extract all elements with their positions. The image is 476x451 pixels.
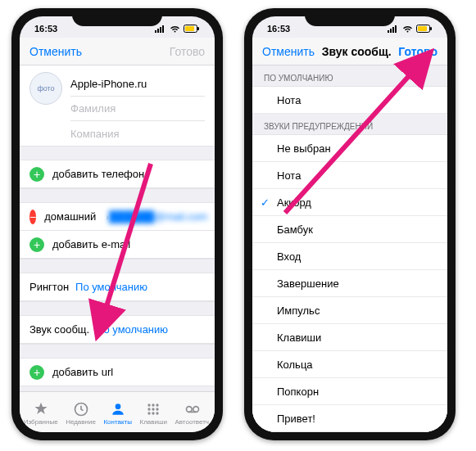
list-item-label: Попкорн <box>277 386 319 398</box>
ringtone-label: Рингтон <box>29 281 69 293</box>
first-name-value: Apple-iPhone.ru <box>70 78 147 90</box>
first-name-field[interactable]: Apple-iPhone.ru <box>70 72 205 97</box>
list-item-label: Вход <box>277 250 301 263</box>
list-item-label: Кольца <box>277 359 313 371</box>
tab-voicemail[interactable]: Автоответч. <box>175 401 211 426</box>
text-tone-row[interactable]: Звук сообщ. По умолчанию <box>20 316 215 344</box>
contacts-icon <box>110 401 126 417</box>
tab-bar: Избранные Недавние Контакты Клавиши Авто… <box>20 391 215 432</box>
battery-icon <box>416 25 433 33</box>
svg-rect-6 <box>197 27 199 30</box>
list-item-label: Клавиши <box>277 331 321 344</box>
list-item-label: Аккорд <box>277 196 311 209</box>
svg-point-12 <box>148 408 151 410</box>
svg-point-19 <box>193 406 199 412</box>
nav-title: Звук сообщ. <box>322 45 392 58</box>
svg-rect-2 <box>160 27 161 33</box>
svg-point-8 <box>115 404 120 409</box>
tab-keypad[interactable]: Клавиши <box>140 401 167 426</box>
cancel-button[interactable]: Отменить <box>262 45 315 58</box>
plus-icon: + <box>29 237 44 252</box>
checkmark-icon: ✓ <box>261 196 270 209</box>
email-type-label: домашний <box>44 210 96 223</box>
email-row[interactable]: − домашний › ██████@mail.com <box>20 203 215 231</box>
plus-icon: + <box>29 365 44 380</box>
tab-recents[interactable]: Недавние <box>66 401 96 426</box>
list-item[interactable]: Привет! <box>252 405 447 432</box>
list-item[interactable]: Вход <box>252 243 447 270</box>
company-field[interactable]: Компания <box>70 121 205 146</box>
svg-point-9 <box>148 404 151 406</box>
cancel-button[interactable]: Отменить <box>29 45 82 58</box>
keypad-icon <box>145 401 161 417</box>
svg-rect-25 <box>395 25 397 33</box>
phone-right: 16:53 Отменить Звук сообщ. Готово ПО УМО… <box>244 8 456 440</box>
tab-label: Контакты <box>103 418 132 426</box>
list-item[interactable]: Импульс <box>252 297 447 324</box>
ringtone-value: По умолчанию <box>75 281 147 293</box>
add-phone-label: добавить телефон <box>52 168 144 180</box>
surname-placeholder: Фамилия <box>70 102 116 115</box>
tab-label: Автоответч. <box>175 418 211 426</box>
status-right <box>388 25 433 33</box>
svg-point-11 <box>156 404 159 406</box>
list-item[interactable]: Завершение <box>252 270 447 297</box>
svg-rect-23 <box>390 29 392 33</box>
add-email-row[interactable]: + добавить e-mail <box>20 231 215 259</box>
add-url-label: добавить url <box>52 366 113 378</box>
list-item[interactable]: Попкорн <box>252 378 447 405</box>
list-item-label: Не выбран <box>277 142 331 155</box>
status-time: 16:53 <box>267 24 290 34</box>
done-button: Готово <box>170 45 205 58</box>
minus-icon: − <box>29 210 36 224</box>
list-item-label: Завершение <box>277 277 339 290</box>
surname-field[interactable]: Фамилия <box>70 97 205 121</box>
tab-contacts[interactable]: Контакты <box>103 401 132 426</box>
svg-point-16 <box>152 412 155 414</box>
text-tone-label: Звук сообщ. <box>29 323 89 336</box>
status-right <box>155 25 200 33</box>
notch <box>305 8 395 26</box>
list-item[interactable]: Нота <box>252 87 447 114</box>
svg-point-15 <box>148 412 151 414</box>
group-header-default: ПО УМОЛЧАНИЮ <box>252 65 447 87</box>
tab-favorites[interactable]: Избранные <box>24 401 58 426</box>
battery-icon <box>184 25 200 33</box>
star-icon <box>33 401 49 417</box>
svg-rect-24 <box>392 27 394 33</box>
list-item-label: Нота <box>277 169 301 182</box>
voicemail-icon <box>184 401 201 417</box>
done-button[interactable]: Готово <box>398 45 437 58</box>
svg-point-13 <box>152 408 155 410</box>
list-item[interactable]: ✓Аккорд <box>252 189 447 216</box>
add-url-row[interactable]: + добавить url <box>20 359 215 386</box>
ringtone-row[interactable]: Рингтон По умолчанию <box>20 273 215 301</box>
add-phone-row[interactable]: + добавить телефон <box>20 160 215 188</box>
contact-photo-button[interactable]: фото <box>29 72 62 105</box>
svg-point-17 <box>156 412 159 414</box>
tab-label: Клавиши <box>140 418 167 426</box>
clock-icon <box>73 401 89 417</box>
status-time: 16:53 <box>34 24 57 34</box>
svg-point-18 <box>187 406 193 412</box>
tab-label: Избранные <box>24 418 58 426</box>
svg-point-10 <box>152 404 155 406</box>
sound-list-content: ПО УМОЛЧАНИЮ Нота ЗВУКИ ПРЕДУПРЕЖДЕНИЙ Н… <box>252 65 447 432</box>
tab-label: Недавние <box>66 418 96 426</box>
photo-label: фото <box>37 84 54 92</box>
navbar: Отменить Звук сообщ. Готово <box>252 38 447 65</box>
list-item-label: Привет! <box>277 413 315 425</box>
plus-icon: + <box>29 167 44 182</box>
svg-point-14 <box>156 408 159 410</box>
svg-rect-28 <box>430 27 432 30</box>
text-tone-value: По умолчанию <box>96 323 168 336</box>
list-item[interactable]: Нота <box>252 162 447 189</box>
list-item[interactable]: Клавиши <box>252 324 447 351</box>
phone-left: 16:53 Отменить Готово фото Apple-iPhone.… <box>11 8 223 440</box>
list-item[interactable]: Бамбук <box>252 216 447 243</box>
company-placeholder: Компания <box>70 128 120 140</box>
signal-icon <box>388 25 399 33</box>
list-item[interactable]: Кольца <box>252 351 447 378</box>
list-item[interactable]: Не выбран <box>252 135 447 162</box>
edit-contact-content: фото Apple-iPhone.ru Фамилия Компания + … <box>20 65 215 391</box>
